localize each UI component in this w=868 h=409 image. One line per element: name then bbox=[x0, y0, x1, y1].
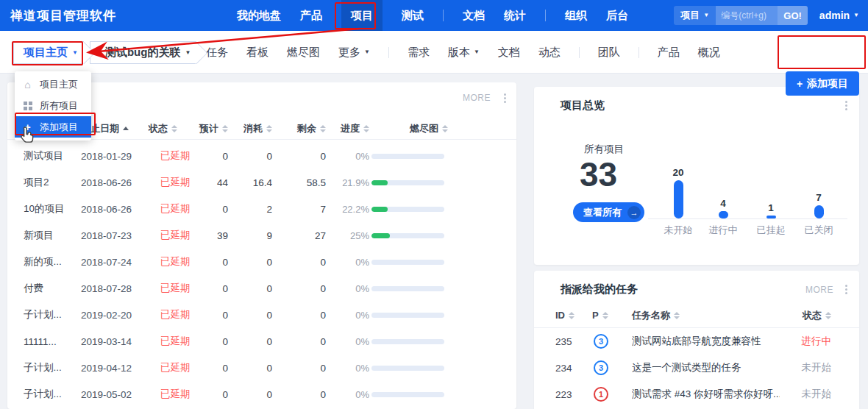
table-row[interactable]: 新的项... 2018-07-24 已延期 0 0 0 0% bbox=[7, 249, 516, 275]
app-window: 禅道项目管理软件 我的地盘 产品 项目 测试 文档 统计 组织 后台 项目 ▼ … bbox=[0, 0, 868, 409]
col-id[interactable]: ID bbox=[555, 310, 592, 321]
col-consumed[interactable]: 消耗 bbox=[228, 122, 272, 135]
go-button[interactable]: GO! bbox=[778, 6, 808, 25]
task-row[interactable]: 234 3 这是一个测试类型的任务 未开始 bbox=[534, 355, 859, 381]
kebab-menu-icon[interactable] bbox=[845, 101, 847, 110]
status-badge: 已延期 bbox=[141, 282, 197, 295]
table-row[interactable]: 子计划... 2019-02-20 已延期 0 0 0 0% bbox=[7, 302, 516, 328]
bar bbox=[814, 205, 824, 218]
col-burndown[interactable]: 燃尽图 bbox=[369, 122, 451, 135]
col-priority[interactable]: P bbox=[592, 310, 632, 321]
task-row[interactable]: 223 1 测试需求 #43 你好呀需求你好呀... 未开始 bbox=[534, 381, 859, 408]
nav-item-product[interactable]: 产品 bbox=[300, 0, 322, 31]
subnav-item-more[interactable]: 更多 ▼ bbox=[338, 46, 370, 60]
subnav-item-kanban[interactable]: 看板 bbox=[246, 46, 268, 60]
dropdown-item-project-home[interactable]: ⌂ 项目主页 bbox=[15, 74, 91, 95]
subnav-divider bbox=[388, 47, 389, 58]
search-scope-select[interactable]: 项目 ▼ bbox=[674, 6, 716, 25]
search-input[interactable] bbox=[716, 6, 778, 25]
user-menu[interactable]: admin ▼ bbox=[819, 10, 859, 21]
table-row[interactable]: 子计划... 2019-05-02 已延期 0 0 0 0% bbox=[7, 381, 516, 408]
sort-icon bbox=[442, 125, 448, 132]
dropdown-item-all-projects[interactable]: 所有项目 bbox=[15, 95, 91, 116]
more-link[interactable]: MORE bbox=[463, 93, 491, 103]
subnav-item-dynamic[interactable]: 动态 bbox=[538, 46, 561, 60]
nav-item-test[interactable]: 测试 bbox=[402, 0, 424, 31]
col-status[interactable]: 状态 bbox=[780, 309, 831, 322]
sub-navbar: 项目主页 ▼ 测试bug的关联 ▼ 任务 看板 燃尽图 更多 ▼ 需求 版本 ▼… bbox=[0, 31, 868, 74]
subnav-item-burndown[interactable]: 燃尽图 bbox=[287, 46, 320, 60]
chevron-down-icon: ▼ bbox=[474, 49, 480, 55]
sort-icon bbox=[320, 125, 326, 132]
tasks-table-header: ID P 任务名称 状态 bbox=[534, 303, 859, 328]
progress-bar bbox=[371, 286, 444, 291]
subnav-item-doc[interactable]: 文档 bbox=[498, 46, 520, 60]
nav-item-org[interactable]: 组织 bbox=[565, 0, 587, 31]
progress-bar bbox=[371, 366, 444, 371]
col-remain[interactable]: 剩余 bbox=[272, 122, 326, 135]
col-task-name[interactable]: 任务名称 bbox=[632, 309, 780, 322]
status-badge: 未开始 bbox=[780, 388, 831, 401]
x-axis-label: 已关闭 bbox=[795, 224, 842, 237]
view-all-button[interactable]: 查看所有 → bbox=[573, 202, 644, 222]
status-badge: 已延期 bbox=[141, 229, 197, 242]
subnav-item-build[interactable]: 版本 ▼ bbox=[448, 46, 480, 60]
col-estimate[interactable]: 预计 bbox=[197, 122, 228, 135]
sort-icon bbox=[674, 312, 680, 319]
table-row[interactable]: 测试项目 2018-01-29 已延期 0 0 0 0% bbox=[7, 143, 516, 169]
subnav-item-overview[interactable]: 概况 bbox=[698, 46, 720, 60]
top-menu: 我的地盘 产品 项目 测试 文档 统计 组织 后台 bbox=[237, 0, 628, 31]
progress-bar bbox=[371, 339, 444, 344]
grid-icon bbox=[22, 102, 33, 110]
status-badge: 进行中 bbox=[780, 335, 831, 348]
table-row[interactable]: 11111... 2019-03-14 已延期 0 0 0 0% bbox=[7, 328, 516, 355]
col-status[interactable]: 状态 bbox=[141, 122, 197, 135]
home-icon: ⌂ bbox=[22, 79, 33, 90]
table-row[interactable]: 子计划... 2019-04-12 已延期 0 0 0 0% bbox=[7, 355, 516, 381]
quick-search-group: 项目 ▼ GO! bbox=[674, 6, 807, 25]
progress-bar bbox=[371, 313, 444, 318]
chevron-down-icon: ▼ bbox=[72, 50, 78, 56]
table-row[interactable]: 项目2 2018-06-26 已延期 44 16.4 58.5 21.9% bbox=[7, 169, 516, 196]
plus-icon: + bbox=[22, 121, 33, 133]
task-row[interactable]: 235 3 测试网站底部导航宽度兼容性 进行中 bbox=[534, 328, 859, 355]
subnav-divider bbox=[638, 47, 639, 58]
nav-item-project[interactable]: 项目 bbox=[341, 0, 383, 31]
plus-icon: + bbox=[797, 78, 803, 90]
breadcrumb-project-home[interactable]: 项目主页 ▼ bbox=[13, 41, 84, 64]
kebab-menu-icon[interactable] bbox=[845, 285, 847, 294]
status-badge: 已延期 bbox=[141, 176, 197, 189]
subnav-item-task[interactable]: 任务 bbox=[206, 46, 228, 60]
dropdown-item-add-project[interactable]: + 添加项目 bbox=[15, 116, 91, 138]
table-row[interactable]: 10的项目 2018-06-26 已延期 0 2 7 22.2% bbox=[7, 196, 516, 222]
progress-bar bbox=[371, 207, 444, 212]
col-progress[interactable]: 进度 bbox=[326, 122, 369, 135]
subnav-item-story[interactable]: 需求 bbox=[408, 46, 430, 60]
progress-bar bbox=[371, 154, 444, 159]
table-row[interactable]: 新项目 2018-07-23 已延期 39 9 27 25% bbox=[7, 222, 516, 249]
x-axis-label: 已挂起 bbox=[747, 224, 794, 237]
status-badge: 已延期 bbox=[141, 361, 197, 374]
breadcrumb-current-project[interactable]: 测试bug的关联 ▼ bbox=[90, 41, 196, 64]
nav-item-report[interactable]: 统计 bbox=[504, 0, 526, 31]
nav-item-my-space[interactable]: 我的地盘 bbox=[237, 0, 281, 31]
chart-baseline bbox=[648, 218, 847, 219]
project-status-bar-chart: 20 4 1 7 未开始 进行中 已挂起 已关闭 bbox=[644, 129, 847, 219]
subnav-item-team[interactable]: 团队 bbox=[598, 46, 620, 60]
status-badge: 已延期 bbox=[141, 149, 197, 163]
kebab-menu-icon[interactable] bbox=[504, 93, 506, 103]
progress-bar bbox=[371, 180, 444, 185]
more-link[interactable]: MORE bbox=[805, 285, 833, 295]
chevron-down-icon: ▼ bbox=[364, 49, 370, 55]
table-row[interactable]: 付费 2018-07-28 已延期 0 0 0 0% bbox=[7, 275, 516, 302]
nav-item-doc[interactable]: 文档 bbox=[463, 0, 485, 31]
nav-item-admin-panel[interactable]: 后台 bbox=[606, 0, 628, 31]
chart-bar-group: 7 bbox=[803, 192, 835, 218]
sort-icon bbox=[171, 125, 177, 132]
subnav-item-product[interactable]: 产品 bbox=[658, 46, 680, 60]
card-title: 项目总览 bbox=[561, 99, 605, 113]
arrow-right-icon: → bbox=[627, 206, 641, 219]
add-project-button[interactable]: + 添加项目 bbox=[786, 71, 859, 96]
bar bbox=[674, 180, 683, 218]
progress-bar bbox=[371, 392, 444, 397]
